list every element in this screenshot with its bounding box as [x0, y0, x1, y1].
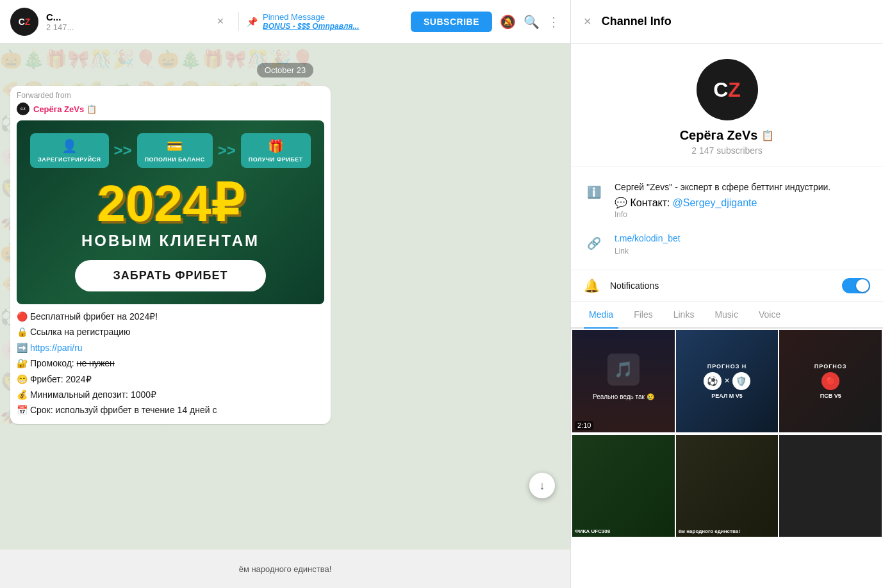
channel-subscribers: 2 147 subscribers [691, 145, 763, 156]
msg-line-2: 🔒 Ссылка на регистрацию [17, 325, 324, 339]
media-grid: 🎵 Реально ведь так 😢 2:10 ПРОГНОЗ Н ⚽ ✕ … [571, 329, 883, 434]
thumb2-teams: ⚽ ✕ 🛡️ [704, 372, 750, 390]
tab-voice[interactable]: Voice [754, 302, 786, 329]
info-description-row: ℹ️ Сергей "Zevs" - эксперт в сфере бетти… [584, 174, 870, 225]
psv-label: ПСВ V5 [820, 393, 841, 399]
info-type-label: Info [615, 210, 870, 219]
thumb3-content: ПРОГНОЗ 🔴 ПСВ V5 [779, 330, 882, 432]
thumb1-bg: 🎵 Реально ведь так 😢 [572, 330, 675, 432]
sender-avatar: CZ [17, 102, 29, 115]
promo-image: 👤 ЗАРЕГИСТРИРУЙСЯ >> 💳 ПОПОЛНИ БАЛАНС >>… [17, 120, 324, 304]
thumb3-teams: 🔴 [821, 372, 839, 390]
top-bar: CZ С... 2 147... × 📌 Pinned Message BONU… [0, 0, 570, 44]
contact-link[interactable]: @Sergey_djigante [673, 197, 757, 209]
channel-link[interactable]: t.me/kolodin_bet [615, 233, 681, 243]
info-description-content: Сергей "Zevs" - эксперт в сфере беттинг … [615, 181, 870, 219]
pinned-text: BONUS - $$$ Отправля... [263, 22, 359, 31]
date-badge: October 23 [10, 64, 560, 76]
info-section: ℹ️ Сергей "Zevs" - эксперт в сфере бетти… [571, 167, 883, 270]
right-panel-title: Channel Info [602, 15, 672, 28]
link-icon: 🔗 [584, 233, 604, 254]
msg-line-3: ➡️ https://pari/ru [17, 341, 324, 355]
thumb4-label: ФИКА UFC308 [575, 528, 610, 534]
chat-content: October 23 Forwarded from CZ Серёга ZeVs… [0, 54, 570, 429]
forwarded-label: Forwarded from [17, 91, 71, 100]
thumb5-content: ём народного единства! [676, 435, 779, 537]
channel-name-text: Серёга ZeVs [680, 128, 758, 143]
channel-avatar-small[interactable]: CZ [10, 8, 38, 36]
msg-line-5: 😁 Фрибет: 2024₽ [17, 372, 324, 386]
tiktok-icon: 🎵 [614, 361, 633, 379]
thumb2-label: ПРОГНОЗ Н [707, 363, 747, 370]
notifications-row: 🔔 Notifications [571, 270, 883, 302]
promo-code: не нужен [77, 358, 115, 368]
tab-files[interactable]: Files [629, 302, 658, 329]
pinned-bar: 📌 Pinned Message BONUS - $$$ Отправля... [238, 12, 403, 31]
registration-link[interactable]: https://pari/ru [30, 343, 83, 353]
pinned-label: Pinned Message [263, 12, 359, 22]
right-close-button[interactable]: × [584, 14, 591, 29]
mute-icon[interactable]: 🔕 [500, 14, 516, 29]
contact-label: 💬 Контакт: [615, 197, 670, 209]
thumb1-content: 🎵 Реально ведь так 😢 [572, 330, 675, 427]
media-item-2[interactable]: ПРОГНОЗ Н ⚽ ✕ 🛡️ РЕАЛ М V5 [676, 330, 779, 432]
media-item-1[interactable]: 🎵 Реально ведь так 😢 2:10 [572, 330, 675, 432]
msg-line-7: 📅 Срок: используй фрибет в течение 14 дн… [17, 403, 324, 417]
media-item-3[interactable]: ПРОГНОЗ 🔴 ПСВ V5 [779, 330, 882, 432]
channel-profile: CZ Серёга ZeVs 📋 2 147 subscribers [571, 44, 883, 167]
media-item-4[interactable]: ФИКА UFC308 [572, 435, 675, 537]
verified-icon: 📋 [761, 129, 774, 142]
channel-sub-top: 2 147... [46, 22, 202, 32]
info-link-row: 🔗 t.me/kolodin_bet Link [584, 225, 870, 262]
scroll-down-button[interactable]: ↓ [529, 473, 555, 498]
media-bottom-row: ФИКА UFC308 ём народного единства! [571, 434, 883, 539]
message-text: 🔴 Бесплатный фрибет на 2024₽! 🔒 Ссылка н… [17, 309, 324, 418]
channel-name-top: С... [46, 12, 202, 22]
msg-line-6: 💰 Минимальный депозит: 1000₽ [17, 388, 324, 402]
top-actions: SUBSCRIBE 🔕 🔍 ⋮ [411, 12, 560, 32]
channel-avatar-large[interactable]: CZ [697, 59, 758, 120]
more-icon[interactable]: ⋮ [547, 14, 560, 29]
promo-steps: 👤 ЗАРЕГИСТРИРУЙСЯ >> 💳 ПОПОЛНИ БАЛАНС >>… [30, 133, 311, 168]
media-item-5[interactable]: ём народного единства! [676, 435, 779, 537]
step-1: 👤 ЗАРЕГИСТРИРУЙСЯ [30, 133, 108, 168]
tab-links[interactable]: Links [668, 302, 700, 329]
chat-area: 🎃🎄🎁🎀🎊🎉🎈🎃🎄🎁🎀🎊🎉🎈 🍕🍔🍟🌮🌯🥗🍣🍕🍔🍟🌮🌯🥗🍣 ⚽🏀🏈⚾🎾🏐🏉⚽🏀🏈… [0, 44, 570, 550]
forwarded-from: Forwarded from [17, 91, 324, 100]
bottom-message: ём народного единства! [239, 564, 332, 574]
promo-cta-button[interactable]: ЗАБРАТЬ ФРИБЕТ [75, 260, 267, 291]
promo-amount: 2024₽ [97, 178, 244, 229]
team1-badge: ⚽ [704, 372, 722, 390]
thumb5-label: ём народного единства! [679, 528, 740, 534]
step2-icon: 💳 [167, 138, 183, 154]
thumb4-content: ФИКА UFC308 [572, 435, 675, 537]
vs-text: ✕ [724, 377, 730, 385]
media-duration-1: 2:10 [575, 421, 593, 430]
step3-icon: 🎁 [268, 138, 284, 154]
tiktok-logo: 🎵 [607, 354, 640, 386]
step2-label: ПОПОЛНИ БАЛАНС [145, 156, 205, 163]
step3-label: ПОЛУЧИ ФРИБЕТ [249, 156, 303, 163]
media-item-6[interactable] [779, 435, 882, 537]
left-panel: CZ С... 2 147... × 📌 Pinned Message BONU… [0, 0, 570, 588]
media-section: 🎵 Реально ведь так 😢 2:10 ПРОГНОЗ Н ⚽ ✕ … [571, 329, 883, 588]
tab-media[interactable]: Media [584, 302, 618, 329]
thumb1-caption: Реально ведь так 😢 [590, 391, 657, 403]
right-panel: × Channel Info CZ Серёга ZeVs 📋 2 147 su… [570, 0, 883, 588]
search-icon[interactable]: 🔍 [524, 14, 540, 29]
close-button[interactable]: × [210, 12, 231, 32]
description-text: Сергей "Zevs" - эксперт в сфере беттинг … [615, 181, 870, 194]
info-description-icon: ℹ️ [584, 182, 604, 202]
bottom-bar: ём народного единства! [0, 550, 570, 588]
notifications-toggle[interactable] [842, 278, 870, 293]
thumb3-label: ПРОГНОЗ [814, 363, 847, 370]
message-bubble: Forwarded from CZ Серёга ZeVs 📋 👤 [10, 86, 331, 424]
tab-music[interactable]: Music [709, 302, 743, 329]
step-2: 💳 ПОПОЛНИ БАЛАНС [137, 133, 213, 168]
link-type-label: Link [615, 247, 870, 256]
link-content: t.me/kolodin_bet Link [615, 232, 870, 256]
msg-line-4: 🔐 Промокод: не нужен [17, 356, 324, 370]
psv-badge: 🔴 [821, 372, 839, 390]
subscribe-button[interactable]: SUBSCRIBE [411, 12, 492, 32]
msg-line-1: 🔴 Бесплатный фрибет на 2024₽! [17, 309, 324, 323]
